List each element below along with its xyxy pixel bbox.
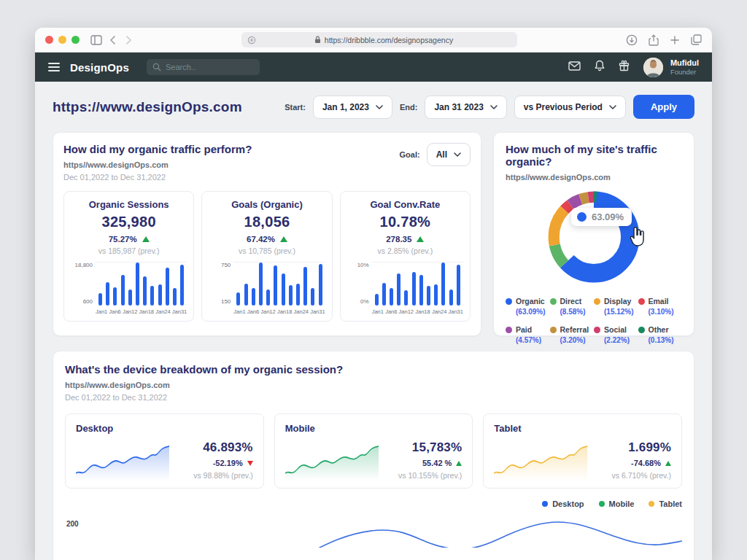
new-tab-icon[interactable] xyxy=(670,35,680,45)
legend-dot xyxy=(649,501,654,507)
x-tick-label: Jan12 xyxy=(123,308,137,315)
line-chart-svg xyxy=(85,514,682,548)
page-permissions-icon[interactable] xyxy=(247,36,256,44)
trend-up-icon xyxy=(280,236,287,242)
url-text: https://dribbble.com/designopsagency xyxy=(325,36,453,44)
x-tick-label: Jan12 xyxy=(260,308,275,315)
legend-item[interactable]: Direct (8.58%) xyxy=(550,297,595,316)
mini-bar-chart[interactable]: 10%0% Jan1Jan6Jan12Jan18Jan24Jan31 xyxy=(347,262,463,315)
bar xyxy=(412,272,416,306)
end-date-select[interactable]: Jan 31 2023 xyxy=(425,96,506,119)
tab-overview-icon[interactable] xyxy=(691,34,702,45)
brand-logo[interactable]: DesignOps xyxy=(70,61,129,74)
sparkline-chart[interactable] xyxy=(494,440,587,481)
user-block[interactable]: Mufidul Founder xyxy=(670,58,699,77)
legend-item[interactable]: Paid (4.57%) xyxy=(506,325,550,344)
sparkline-chart[interactable] xyxy=(76,440,169,481)
zoom-window-button[interactable] xyxy=(71,36,80,44)
bar xyxy=(319,264,322,306)
legend-item[interactable]: Referral (3.20%) xyxy=(550,325,595,344)
legend-item[interactable]: Display (15.12%) xyxy=(594,297,638,316)
bar xyxy=(128,289,132,306)
search-input[interactable]: Search.. xyxy=(147,59,260,75)
device-breakdown-card: What's the device breakdown of my organi… xyxy=(53,351,694,560)
legend-percent: (0.13%) xyxy=(649,336,683,344)
x-tick-label: Jan24 xyxy=(294,308,309,315)
traffic-share-card: How much of my site's traffic organic? h… xyxy=(493,132,694,336)
x-tick-label: Jan12 xyxy=(399,308,414,315)
sparkline-chart[interactable] xyxy=(285,440,379,481)
apply-button[interactable]: Apply xyxy=(633,95,694,119)
close-window-button[interactable] xyxy=(45,36,53,44)
device-delta: 55.42 % xyxy=(422,459,462,467)
legend-item[interactable]: Other (0.13%) xyxy=(638,325,683,344)
traffic-share-subtitle: https//www.designOps.com xyxy=(506,173,682,182)
bar xyxy=(106,282,109,306)
bar xyxy=(266,289,270,306)
legend-item[interactable]: Organic (63.09%) xyxy=(506,297,550,316)
device-timeseries-chart[interactable]: 200 xyxy=(65,514,682,548)
bar xyxy=(397,273,400,306)
cursor-pointer-icon xyxy=(625,225,649,249)
start-date-label: Start: xyxy=(285,103,306,112)
legend-item[interactable]: Mobile xyxy=(599,499,635,508)
legend-dot xyxy=(594,298,600,305)
address-bar[interactable]: https://dribbble.com/designopsagency xyxy=(241,32,517,47)
stat-cards: Organic Sessions 325,980 75.27% vs 185,9… xyxy=(63,191,471,322)
minimize-window-button[interactable] xyxy=(58,36,66,44)
mail-icon[interactable] xyxy=(568,61,581,74)
tooltip-dot xyxy=(577,212,587,222)
chevron-down-icon xyxy=(454,152,461,157)
chevron-down-icon xyxy=(490,105,498,109)
menu-icon[interactable] xyxy=(48,63,60,71)
gift-icon[interactable] xyxy=(619,60,630,74)
legend-item[interactable]: Email (3.10%) xyxy=(638,297,683,316)
legend-percent: (15.12%) xyxy=(604,308,638,316)
stat-value: 18,056 xyxy=(209,214,325,230)
stat-title: Goals (Organic) xyxy=(209,199,325,210)
stat-previous: vs 2.85% (prev.) xyxy=(347,246,463,255)
legend-label: Other xyxy=(649,325,669,334)
bar xyxy=(289,285,293,306)
bar xyxy=(136,262,139,306)
end-date-label: End: xyxy=(400,103,417,112)
x-tick-label: Jan31 xyxy=(449,308,463,315)
forward-icon[interactable] xyxy=(124,35,133,45)
stat-previous: vs 185,987 (prev.) xyxy=(71,246,187,255)
search-placeholder: Search.. xyxy=(166,63,196,71)
stat-delta: 67.42% xyxy=(209,235,325,244)
x-tick-label: Jan6 xyxy=(385,308,397,315)
device-title: Tablet xyxy=(494,423,671,434)
compare-period-select[interactable]: vs Previous Period xyxy=(514,96,626,119)
x-tick-label: Jan18 xyxy=(277,308,292,315)
goal-select[interactable]: All xyxy=(427,143,471,166)
donut-chart[interactable]: 63.09% xyxy=(506,184,682,292)
sidebar-toggle-icon[interactable] xyxy=(90,35,102,45)
mini-bar-chart[interactable]: 18,800600 Jan1Jan6Jan12Jan18Jan24Jan31 xyxy=(71,262,187,315)
notifications-icon[interactable] xyxy=(595,60,605,74)
trend-down-icon xyxy=(247,461,253,466)
device-delta: -74.68% xyxy=(631,459,671,467)
stat-value: 10.78% xyxy=(347,214,463,230)
bar xyxy=(382,283,386,306)
share-icon[interactable] xyxy=(649,34,659,46)
legend-item[interactable]: Desktop xyxy=(542,499,584,508)
bar xyxy=(441,262,445,306)
stat-delta: 75.27% xyxy=(71,235,187,244)
avatar[interactable] xyxy=(643,58,663,77)
legend-item[interactable]: Social (2.22%) xyxy=(594,325,638,344)
start-date-select[interactable]: Jan 1, 2023 xyxy=(313,96,392,119)
mini-bar-chart[interactable]: 750150 Jan1Jan6Jan12Jan18Jan24Jan31 xyxy=(209,262,325,315)
tooltip-value: 63.09% xyxy=(592,211,624,222)
back-icon[interactable] xyxy=(109,35,117,45)
legend-item[interactable]: Tablet xyxy=(649,499,682,508)
legend-dot xyxy=(638,298,645,305)
downloads-icon[interactable] xyxy=(626,34,638,46)
device-card-tablet: Tablet 1.699% -74.68% vs 6.710% (prev.) xyxy=(483,413,682,489)
legend-dot xyxy=(550,327,557,333)
legend-percent: (2.22%) xyxy=(604,336,638,344)
legend-label: Display xyxy=(604,297,631,306)
device-previous: vs 10.155% (prev.) xyxy=(398,471,462,480)
bar xyxy=(427,286,430,306)
bar xyxy=(419,275,423,306)
